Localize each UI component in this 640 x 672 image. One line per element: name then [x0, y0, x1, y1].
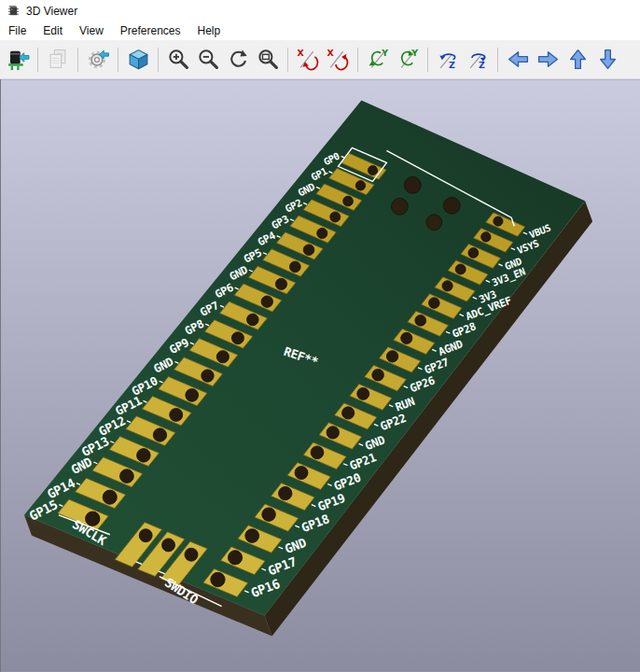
zoom-fit-button[interactable]	[253, 45, 283, 75]
zoom-in-button[interactable]	[163, 45, 193, 75]
pin-hole	[415, 315, 426, 326]
zoom-in-icon	[167, 48, 190, 71]
pin-hole	[355, 181, 365, 190]
pin-hole	[372, 369, 384, 381]
pin-hole	[186, 388, 199, 401]
move-down-button[interactable]	[592, 45, 622, 75]
up-arrow-icon	[566, 48, 590, 71]
pin-hole	[247, 314, 259, 326]
rotate-z-ccw-icon: Z	[437, 48, 460, 71]
toolbar-separator	[287, 48, 288, 72]
rotate-z-cw-icon: Z	[466, 48, 490, 71]
rotate-x-cw-icon: X	[327, 48, 350, 71]
zoom-out-button[interactable]	[193, 45, 223, 75]
down-arrow-icon	[596, 48, 619, 71]
rotate-y-cw-icon: Y	[397, 48, 420, 71]
pin-hole	[295, 467, 308, 480]
pin-hole	[455, 264, 466, 274]
menu-view[interactable]: View	[71, 22, 112, 39]
svg-text:Z: Z	[449, 60, 455, 70]
zoom-out-icon	[197, 48, 220, 71]
pin-hole	[245, 529, 259, 543]
pin-hole	[289, 261, 300, 273]
pin-hole	[343, 196, 354, 206]
toolbar-separator	[497, 48, 498, 72]
zoom-fit-icon	[257, 48, 280, 71]
pin-hole	[202, 370, 214, 382]
rotate-x-cw-button[interactable]: X	[323, 45, 353, 75]
pin-hole	[330, 212, 341, 222]
pin-hole	[342, 407, 355, 419]
cube-icon	[127, 48, 150, 71]
reload-board-button[interactable]	[3, 45, 33, 75]
svg-text:X: X	[297, 48, 304, 58]
rotate-x-ccw-icon: X	[297, 48, 320, 71]
copy-image-button[interactable]	[43, 45, 73, 75]
pin-hole	[228, 551, 242, 565]
pin-hole	[311, 446, 324, 459]
pin-hole	[275, 278, 286, 289]
left-arrow-icon	[507, 48, 530, 71]
rotate-x-ccw-button[interactable]: X	[293, 45, 323, 75]
pin-hole	[211, 572, 225, 586]
toolbar-separator	[158, 48, 159, 72]
move-right-button[interactable]	[533, 45, 563, 75]
move-left-button[interactable]	[503, 45, 533, 75]
menu-file[interactable]: File	[0, 22, 35, 39]
toolbar: X X Y Y	[0, 40, 640, 79]
svg-text:Z: Z	[479, 60, 485, 70]
menubar: File Edit View Preferences Help	[0, 21, 640, 40]
pin-hole	[262, 508, 276, 522]
pin-hole	[481, 232, 491, 242]
pin-hole	[494, 217, 503, 226]
svg-text:Y: Y	[381, 48, 388, 58]
pin-hole	[261, 296, 272, 307]
reload-board-icon	[7, 48, 30, 71]
right-arrow-icon	[536, 48, 560, 71]
pin-hole	[401, 332, 412, 343]
svg-text:Y: Y	[410, 48, 418, 58]
rotate-y-cw-button[interactable]: Y	[393, 45, 423, 75]
toolbar-separator	[357, 48, 358, 72]
pin-hole	[103, 490, 117, 504]
pin-hole	[170, 408, 183, 421]
toolbar-separator	[427, 48, 428, 72]
debug-pad-hole	[139, 529, 152, 542]
rotate-z-cw-button[interactable]: Z	[463, 45, 493, 75]
3d-viewer-window: 3D Viewer File Edit View Preferences Hel…	[0, 0, 640, 672]
pin-hole	[386, 351, 397, 362]
pin-hole	[137, 449, 151, 463]
redraw-icon	[227, 48, 250, 71]
pin-hole	[303, 245, 314, 256]
move-up-button[interactable]	[563, 45, 592, 75]
pin-hole	[468, 248, 479, 259]
svg-text:X: X	[327, 48, 334, 58]
render-options-button[interactable]	[83, 45, 113, 75]
app-chip-icon	[7, 4, 21, 18]
3d-viewport[interactable]: GP0GP1GNDGP2GP3GP4GP5GNDGP6GP7GP8GP9GNDG…	[0, 79, 640, 672]
pin-hole	[357, 387, 369, 399]
rotate-y-ccw-button[interactable]: Y	[363, 45, 393, 75]
pin-hole	[216, 351, 229, 363]
rotate-z-ccw-button[interactable]: Z	[433, 45, 463, 75]
menu-help[interactable]: Help	[189, 22, 230, 39]
pin-hole	[429, 298, 440, 309]
orthographic-view-button[interactable]	[123, 45, 153, 75]
window-title: 3D Viewer	[26, 5, 77, 18]
render-options-gear-icon	[87, 48, 110, 71]
rotate-y-ccw-icon: Y	[367, 48, 390, 71]
menu-edit[interactable]: Edit	[35, 22, 71, 39]
pin-hole	[279, 486, 292, 499]
pin-hole	[327, 427, 339, 439]
pin-hole	[120, 469, 134, 483]
copy-image-icon	[47, 48, 70, 71]
3d-scene: GP0GP1GNDGP2GP3GP4GP5GNDGP6GP7GP8GP9GNDG…	[1, 79, 640, 672]
toolbar-separator	[77, 48, 78, 72]
menu-preferences[interactable]: Preferences	[112, 22, 189, 39]
pin-hole	[153, 428, 166, 441]
pin-hole	[231, 332, 243, 344]
redraw-button[interactable]	[223, 45, 253, 75]
pin-hole	[368, 165, 377, 175]
toolbar-separator	[37, 48, 38, 72]
pin-hole	[442, 281, 452, 291]
